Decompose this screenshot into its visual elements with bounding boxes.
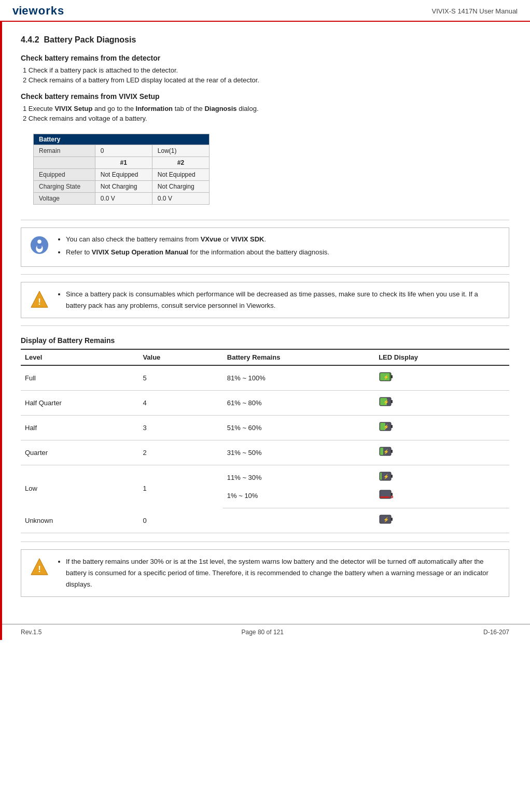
red-accent-bar — [0, 22, 2, 640]
battery-ui-table-wrap: Battery Remain 0 Low(1) #1 #2 Equipped N… — [33, 134, 210, 205]
slot-2-label: #2 — [152, 157, 209, 169]
level-low: Low — [21, 465, 138, 508]
warning-box-1: ! Since a battery pack is consumables wh… — [21, 282, 509, 318]
led-low-low-icon: ✕ — [379, 488, 393, 502]
led-low-1: ⚡ — [374, 465, 509, 487]
table-header-row: Level Value Battery Remains LED Display — [21, 349, 509, 365]
warning-icon-2: ! — [30, 557, 49, 577]
level-quarter: Quarter — [21, 440, 138, 465]
slot-1-label: #1 — [95, 157, 152, 169]
battery-table-title: Battery — [34, 134, 210, 145]
led-low-high-icon: ⚡ — [379, 469, 393, 484]
svg-rect-23 — [391, 475, 393, 478]
value-full: 5 — [138, 365, 222, 391]
led-full: ⚡ — [374, 365, 509, 391]
svg-text:⚡: ⚡ — [383, 374, 389, 380]
led-half-icon: ⚡ — [379, 420, 393, 434]
svg-point-1 — [37, 240, 41, 244]
check-detector-steps: Check if a battery pack is attached to t… — [23, 66, 509, 84]
value-unknown: 0 — [138, 508, 222, 533]
remains-low-2: 1% ~ 10% — [223, 487, 374, 508]
battery-ui-table: Battery Remain 0 Low(1) #1 #2 Equipped N… — [33, 134, 210, 205]
svg-text:⚡: ⚡ — [383, 424, 389, 430]
led-hq: ⚡ — [374, 390, 509, 415]
value-half: 3 — [138, 415, 222, 440]
divider-3 — [21, 325, 509, 326]
section-heading: 4.4.2 Battery Pack Diagnosis — [21, 35, 509, 45]
led-half: ⚡ — [374, 415, 509, 440]
table-row: Full 5 81% ~ 100% ⚡ — [21, 365, 509, 391]
note-box-1: You can also check the battery remains f… — [21, 227, 509, 267]
battery-remains-section: Display of Battery Remains Level Value B… — [21, 336, 509, 533]
table-row: Half Quarter 4 61% ~ 80% ⚡ — [21, 390, 509, 415]
equipped-col2: Not Equipped — [152, 169, 209, 181]
table-row: Quarter 2 31% ~ 50% ⚡ — [21, 440, 509, 465]
divider-2 — [21, 274, 509, 275]
col-remains: Battery Remains — [223, 349, 374, 365]
led-quarter-icon: ⚡ — [379, 445, 393, 459]
charging-label: Charging State — [34, 181, 95, 193]
svg-text:!: ! — [38, 564, 41, 574]
footer-page: Page 80 of 121 — [242, 629, 284, 636]
value-hq: 4 — [138, 390, 222, 415]
page-footer: Rev.1.5 Page 80 of 121 D-16-207 — [0, 624, 530, 640]
table-row: Low 1 11% ~ 30% ⚡ — [21, 465, 509, 487]
svg-text:!: ! — [38, 296, 41, 306]
logo: vieworks — [12, 4, 64, 18]
info-icon — [30, 235, 49, 255]
page-header: vieworks VIVIX-S 1417N User Manual — [0, 0, 530, 22]
voltage-col1: 0.0 V — [95, 193, 152, 205]
svg-rect-31 — [391, 518, 393, 521]
remains-half: 51% ~ 60% — [223, 415, 374, 440]
led-unknown: ⚡ — [374, 508, 509, 533]
led-hq-icon: ⚡ — [379, 395, 393, 409]
step-2: Check remains of a battery from LED disp… — [23, 76, 509, 84]
svg-text:⚡: ⚡ — [383, 449, 389, 455]
divider-1 — [21, 220, 509, 220]
value-low: 1 — [138, 465, 222, 508]
led-quarter: ⚡ — [374, 440, 509, 465]
col-value: Value — [138, 349, 222, 365]
battery-display-table: Level Value Battery Remains LED Display … — [21, 349, 509, 533]
footer-rev: Rev.1.5 — [21, 629, 41, 636]
warning-2-bullet: If the battery remains under 30% or is a… — [66, 556, 500, 590]
charging-col1: Not Charging — [95, 181, 152, 193]
led-full-icon: ⚡ — [379, 370, 393, 384]
divider-4 — [21, 542, 509, 542]
note-1-content: You can also check the battery remains f… — [57, 234, 329, 260]
remains-unknown — [223, 508, 374, 533]
svg-rect-24 — [380, 473, 382, 480]
svg-text:⚡: ⚡ — [383, 399, 389, 405]
equipped-label: Equipped — [34, 169, 95, 181]
remain-col1: 0 — [95, 145, 152, 157]
footer-doc: D-16-207 — [483, 629, 509, 636]
warning-1-content: Since a battery pack is consumables whic… — [57, 289, 500, 311]
remain-col2: Low(1) — [152, 145, 209, 157]
charging-col2: Not Charging — [152, 181, 209, 193]
equipped-col1: Not Equipped — [95, 169, 152, 181]
col-led: LED Display — [374, 349, 509, 365]
svg-rect-7 — [391, 375, 393, 378]
check-detector-heading: Check battery remains from the detector — [21, 54, 509, 62]
voltage-label: Voltage — [34, 193, 95, 205]
check-vivix-heading: Check battery remains from VIVIX Setup — [21, 92, 509, 101]
svg-text:⚡: ⚡ — [383, 517, 389, 523]
warning-1-bullet: Since a battery pack is consumables whic… — [66, 289, 500, 311]
step-1: Check if a battery pack is attached to t… — [23, 66, 509, 74]
col-level: Level — [21, 349, 138, 365]
level-hq: Half Quarter — [21, 390, 138, 415]
slot-label — [34, 157, 95, 169]
svg-rect-28 — [380, 496, 389, 498]
svg-text:⚡: ⚡ — [383, 474, 389, 480]
led-unknown-icon: ⚡ — [379, 512, 393, 527]
svg-rect-19 — [391, 450, 393, 453]
table-row: Unknown 0 ⚡ — [21, 508, 509, 533]
check-vivix-steps: Execute VIVIX Setup and go to the Inform… — [23, 105, 509, 122]
voltage-col2: 0.0 V — [152, 193, 209, 205]
level-half: Half — [21, 415, 138, 440]
note-1-bullet-2: Refer to VIVIX Setup Operation Manual fo… — [66, 247, 329, 258]
warning-icon-1: ! — [30, 290, 49, 309]
vivix-step-1: Execute VIVIX Setup and go to the Inform… — [23, 105, 509, 112]
svg-rect-11 — [391, 400, 393, 403]
warning-2-content: If the battery remains under 30% or is a… — [57, 556, 500, 590]
